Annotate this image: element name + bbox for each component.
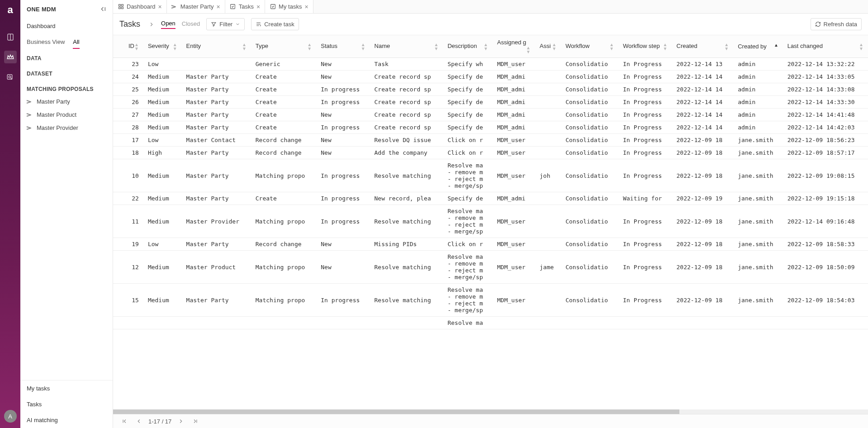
nav-section-matching[interactable]: MATCHING PROPOSALS bbox=[20, 80, 113, 95]
col-header-status[interactable]: Status▲▼ bbox=[316, 35, 370, 58]
cell-desc: Resolve ma - remove m - reject m - merge… bbox=[443, 284, 493, 317]
sort-icon: ▲▼ bbox=[552, 43, 556, 51]
col-header-id[interactable]: ID▲▼ bbox=[113, 35, 143, 58]
col-header-created[interactable]: Created▲▼ bbox=[672, 35, 734, 58]
pager-first-icon[interactable] bbox=[119, 417, 129, 425]
table-row[interactable]: 27MediumMaster PartyCreateNewCreate reco… bbox=[113, 109, 868, 121]
col-header-type[interactable]: Type▲▼ bbox=[251, 35, 316, 58]
table-scroll[interactable]: ID▲▼Severity▲▼Entity▲▼Type▲▼Status▲▼Name… bbox=[113, 35, 868, 409]
table-row[interactable]: 17LowMaster ContactRecord changeNewResol… bbox=[113, 134, 868, 147]
cell-ent: Master Party bbox=[182, 71, 251, 83]
cell-cr: 2022-12-14 13 bbox=[672, 58, 734, 71]
sidebar: ONE MDM Dashboard Business View All DATA… bbox=[20, 0, 113, 428]
col-header-workflow-step[interactable]: Workflow step▲▼ bbox=[618, 35, 672, 58]
cell-lc: 2022-12-09 18:57:17 bbox=[783, 147, 868, 159]
cell-ent: Master Party bbox=[182, 238, 251, 251]
table-row[interactable]: 23LowGenericNewTaskSpecify whMDM_userCon… bbox=[113, 58, 868, 71]
table-row[interactable]: 24MediumMaster PartyCreateNewCreate reco… bbox=[113, 71, 868, 83]
tab-my-tasks[interactable]: My tasks× bbox=[265, 0, 313, 13]
nav-master-product[interactable]: Master Product bbox=[20, 108, 113, 121]
cell-ag: MDM_admi bbox=[493, 192, 535, 205]
table-row[interactable]: 25MediumMaster PartyCreateIn progressCre… bbox=[113, 83, 868, 96]
cell-sev: Low bbox=[143, 134, 182, 147]
collapse-sidebar-icon[interactable] bbox=[99, 5, 106, 13]
cell-cb: jane.smith bbox=[733, 284, 783, 317]
table-row[interactable]: 12MediumMaster ProductMatching propoNewR… bbox=[113, 251, 868, 284]
cell-wf: Consolidatio bbox=[561, 192, 618, 205]
pager-prev-icon[interactable] bbox=[134, 417, 144, 425]
col-header-workflow[interactable]: Workflow▲▼ bbox=[561, 35, 618, 58]
nav-section-dataset[interactable]: DATASET bbox=[20, 64, 113, 80]
close-icon[interactable]: × bbox=[158, 3, 162, 10]
table-row[interactable]: 11MediumMaster ProviderMatching propoIn … bbox=[113, 205, 868, 238]
cell-id: 26 bbox=[113, 96, 143, 109]
page-title: Tasks bbox=[119, 19, 140, 29]
close-icon[interactable]: × bbox=[304, 3, 308, 10]
svg-point-1 bbox=[9, 76, 11, 78]
table-row[interactable]: 26MediumMaster PartyCreateIn progressCre… bbox=[113, 96, 868, 109]
filter-button[interactable]: Filter bbox=[206, 18, 245, 30]
col-header-description[interactable]: Description▲▼ bbox=[443, 35, 493, 58]
tab-tasks[interactable]: Tasks× bbox=[225, 0, 265, 13]
table-row[interactable]: 28MediumMaster PartyCreateIn progressCre… bbox=[113, 121, 868, 134]
close-icon[interactable]: × bbox=[216, 3, 220, 10]
nav-dashboard[interactable]: Dashboard bbox=[20, 18, 113, 34]
nav-rail: a A bbox=[0, 0, 20, 428]
tab-dashboard[interactable]: Dashboard× bbox=[113, 0, 167, 13]
nav-tasks[interactable]: Tasks bbox=[20, 396, 113, 412]
check-icon bbox=[230, 4, 236, 10]
filter-open[interactable]: Open bbox=[161, 20, 175, 29]
table-row[interactable]: 10MediumMaster PartyMatching propoIn pro… bbox=[113, 159, 868, 192]
table-row[interactable]: 19LowMaster PartyRecord changeNewMissing… bbox=[113, 238, 868, 251]
table-row[interactable]: 22MediumMaster PartyCreateIn progressNew… bbox=[113, 192, 868, 205]
cell-ag: MDM_admi bbox=[493, 71, 535, 83]
nav-master-party[interactable]: Master Party bbox=[20, 95, 113, 108]
cell-ent: Master Provider bbox=[182, 205, 251, 238]
nav-section-data[interactable]: DATA bbox=[20, 49, 113, 64]
cell-stat bbox=[316, 317, 370, 329]
nav-my-tasks[interactable]: My tasks bbox=[20, 380, 113, 396]
cell-type bbox=[251, 317, 316, 329]
rail-search-icon[interactable] bbox=[4, 71, 17, 83]
table-row[interactable]: 15MediumMaster PartyMatching propoIn pro… bbox=[113, 284, 868, 317]
col-header-entity[interactable]: Entity▲▼ bbox=[182, 35, 251, 58]
col-header-severity[interactable]: Severity▲▼ bbox=[143, 35, 182, 58]
col-header-created-by[interactable]: Created by▲ bbox=[733, 35, 783, 58]
table-row[interactable]: 18HighMaster PartyRecord changeNewAdd th… bbox=[113, 147, 868, 159]
col-header-assi[interactable]: Assi▲▼ bbox=[535, 35, 561, 58]
refresh-button[interactable]: Refresh data bbox=[811, 18, 862, 30]
table-row[interactable]: Resolve ma bbox=[113, 317, 868, 329]
tasks-table: ID▲▼Severity▲▼Entity▲▼Type▲▼Status▲▼Name… bbox=[113, 35, 868, 329]
cell-ent: Master Party bbox=[182, 109, 251, 121]
cell-stat: In progress bbox=[316, 96, 370, 109]
rail-book-icon[interactable] bbox=[4, 31, 17, 43]
cell-wf: Consolidatio bbox=[561, 159, 618, 192]
col-header-name[interactable]: Name▲▼ bbox=[370, 35, 443, 58]
filter-closed[interactable]: Closed bbox=[182, 20, 200, 29]
cell-desc: Click on r bbox=[443, 238, 493, 251]
pager-next-icon[interactable] bbox=[176, 417, 186, 425]
cell-stat: New bbox=[316, 71, 370, 83]
cell-lc bbox=[783, 317, 868, 329]
cell-desc: Specify de bbox=[443, 192, 493, 205]
create-task-button[interactable]: Create task bbox=[251, 18, 299, 30]
cell-type: Record change bbox=[251, 238, 316, 251]
nav-tab-all[interactable]: All bbox=[73, 38, 79, 49]
nav-master-provider[interactable]: Master Provider bbox=[20, 121, 113, 134]
nav-tab-business[interactable]: Business View bbox=[27, 38, 65, 49]
rail-crown-icon[interactable] bbox=[4, 51, 17, 63]
nav-ai-matching[interactable]: AI matching bbox=[20, 412, 113, 428]
pager-last-icon[interactable] bbox=[190, 417, 200, 425]
pager-range: 1-17 / 17 bbox=[148, 418, 171, 425]
col-header-assigned-g[interactable]: Assigned g▲▼ bbox=[493, 35, 535, 58]
col-header-last-changed[interactable]: Last changed▲▼ bbox=[783, 35, 868, 58]
close-icon[interactable]: × bbox=[256, 3, 260, 10]
cell-sev bbox=[143, 317, 182, 329]
cell-name: Create record sp bbox=[370, 71, 443, 83]
horizontal-scrollbar[interactable] bbox=[113, 409, 868, 414]
cell-ag: MDM_user bbox=[493, 134, 535, 147]
chevron-right-icon[interactable] bbox=[148, 21, 155, 28]
tab-master-party[interactable]: Master Party× bbox=[167, 0, 225, 13]
sort-icon: ▲▼ bbox=[609, 43, 614, 51]
avatar[interactable]: A bbox=[4, 410, 17, 423]
